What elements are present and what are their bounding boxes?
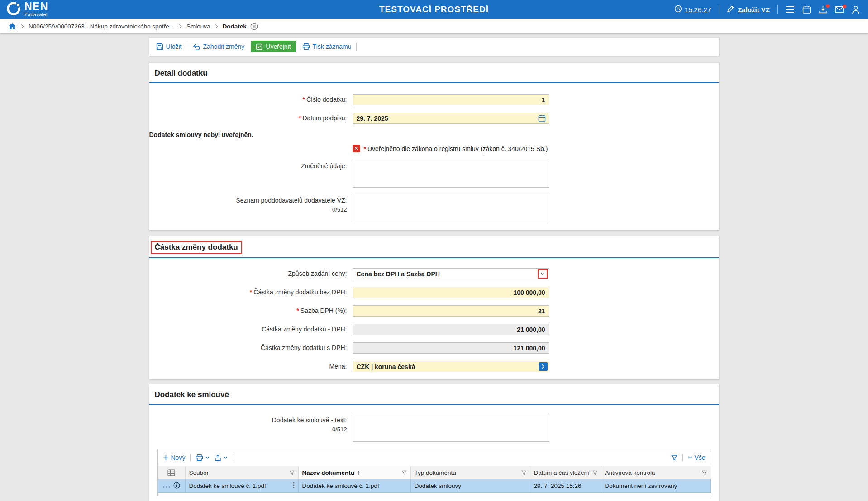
close-tab-button[interactable] <box>250 23 258 30</box>
topbar-actions: 15:26:27 Založit VZ <box>674 5 860 14</box>
toolbar-separator <box>233 454 233 461</box>
filter-icon <box>671 455 677 461</box>
print-record-button[interactable]: Tisk záznamu <box>300 43 354 50</box>
chevron-down-icon <box>224 456 228 459</box>
app-role-label: Zadavatel <box>24 12 48 18</box>
dropdown-button-validation-highlight[interactable] <box>538 269 548 279</box>
row-menu-button[interactable] <box>163 482 170 489</box>
column-header-soubor[interactable]: Soubor <box>186 466 299 479</box>
publish-button[interactable]: Uveřejnit <box>251 41 296 52</box>
column-header-preview <box>158 466 186 479</box>
chevron-down-icon <box>540 272 545 275</box>
section-dodatek-ke-smlouve: Dodatek ke smlouvě Dodatek ke smlouvě - … <box>149 384 719 501</box>
mena-label: Měna: <box>149 363 347 371</box>
home-button[interactable] <box>8 23 16 30</box>
top-bar: NEN Zadavatel TESTOVACÍ PROSTŘEDÍ 15:26:… <box>0 0 868 19</box>
table-header-row: Soubor Název dokumentu ↑ Typ dokumentu D… <box>158 466 711 479</box>
castka-s-dph-readonly: 121 000,00 <box>353 342 549 354</box>
filter-button[interactable] <box>671 455 677 461</box>
toolbar-separator <box>187 43 187 51</box>
menu-button[interactable] <box>786 6 795 13</box>
ellipsis-icon <box>163 486 170 488</box>
calendar-icon <box>538 114 546 122</box>
page-content: Uložit Zahodit změny Uveřejnit Tisk zázn… <box>0 33 868 501</box>
kebab-icon <box>293 482 295 488</box>
dodatek-text-textarea[interactable] <box>353 415 549 442</box>
breadcrumb-item-dodatek[interactable]: Dodatek <box>223 23 247 30</box>
filter-icon <box>402 470 407 475</box>
view-all-dropdown[interactable]: Vše <box>688 454 705 461</box>
column-header-nazev-dokumentu[interactable]: Název dokumentu ↑ <box>299 466 411 479</box>
castka-dph-label: Částka změny dodatku - DPH: <box>149 326 347 334</box>
chevron-down-icon <box>205 456 210 459</box>
cislo-dodatku-label: *Číslo dodatku: <box>149 96 347 104</box>
seznam-poddodavatelu-label: Seznam poddodavatelů dodavatele VZ: 0/51… <box>149 195 347 213</box>
environment-title: TESTOVACÍ PROSTŘEDÍ <box>379 5 489 14</box>
discard-changes-button[interactable]: Zahodit změny <box>190 43 247 50</box>
castka-dph-readonly: 21 000,00 <box>353 324 549 335</box>
cell-actions-button[interactable] <box>293 482 295 490</box>
registry-label: *Uveřejněno dle zákona o registru smluv … <box>364 145 548 152</box>
mena-lookup-button[interactable] <box>539 362 548 371</box>
zpusob-zadani-ceny-select[interactable]: Cena bez DPH a Sazba DPH <box>353 268 549 279</box>
printer-icon <box>196 454 203 461</box>
section-title-validation-highlight: Částka změny dodatku <box>151 241 242 254</box>
column-header-typ-dokumentu[interactable]: Typ dokumentu <box>411 466 530 479</box>
edit-icon <box>727 5 734 14</box>
zmenene-udaje-textarea[interactable] <box>353 161 549 188</box>
create-vz-button[interactable]: Založit VZ <box>727 5 770 14</box>
cislo-dodatku-input[interactable]: 1 <box>353 94 549 105</box>
hamburger-icon <box>786 6 795 13</box>
chevron-right-icon <box>215 24 218 29</box>
mena-input[interactable]: CZK | koruna česká <box>353 361 549 372</box>
breadcrumb-item-smlouva[interactable]: Smlouva <box>186 23 210 30</box>
sazba-dph-input[interactable]: 21 <box>353 305 549 317</box>
person-icon <box>852 5 860 14</box>
filter-icon <box>290 470 295 475</box>
datum-podpisu-input[interactable]: 29. 7. 2025 <box>353 113 549 124</box>
not-published-message: Dodatek smlouvy nebyl uveřejněn. <box>149 131 253 138</box>
filter-icon <box>702 470 707 475</box>
topbar-separator <box>777 5 778 14</box>
castka-bez-dph-input[interactable]: 100 000,00 <box>353 287 549 298</box>
chevron-right-icon <box>179 24 182 29</box>
save-button[interactable]: Uložit <box>154 43 184 50</box>
close-icon <box>250 23 258 30</box>
topbar-separator <box>719 5 719 14</box>
castka-s-dph-label: Částka změny dodatku s DPH: <box>149 344 347 352</box>
cell-typ: Dodatek smlouvy <box>411 479 530 492</box>
profile-button[interactable] <box>852 5 860 14</box>
row-info-button[interactable] <box>173 482 180 490</box>
chevron-down-icon <box>688 456 692 459</box>
plus-icon <box>163 455 169 461</box>
column-header-antivirova-kontrola[interactable]: Antivirová kontrola <box>601 466 711 479</box>
cell-nazev: Dodatek ke smlouvě č. 1.pdf <box>299 479 411 492</box>
breadcrumb-item-zakazka[interactable]: N006/25/V00007263 - Nákup zdravotnického… <box>29 23 174 30</box>
print-table-button[interactable] <box>196 454 210 461</box>
clock-icon <box>674 5 682 14</box>
seznam-poddodavatelu-textarea[interactable] <box>353 195 549 222</box>
downloads-button[interactable] <box>819 5 827 14</box>
registry-published-checkbox[interactable]: ✕ <box>353 145 360 152</box>
table-row[interactable]: Dodatek ke smlouvě č. 1.pdf Dodatek ke s… <box>158 479 711 493</box>
home-icon <box>8 23 16 30</box>
cell-soubor[interactable]: Dodatek ke smlouvě č. 1.pdf <box>189 482 293 489</box>
sazba-dph-label: *Sazba DPH (%): <box>149 307 347 315</box>
info-icon <box>173 482 180 489</box>
documents-table: Nový <box>157 449 711 496</box>
export-table-button[interactable] <box>215 454 228 461</box>
nen-logo-icon <box>6 1 21 18</box>
zpusob-zadani-ceny-label: Způsob zadání ceny: <box>149 270 347 278</box>
messages-button[interactable] <box>835 6 844 13</box>
calendar-button[interactable] <box>802 5 811 14</box>
section-title: Detail dodatku <box>155 69 208 77</box>
session-time: 15:26:27 <box>685 6 711 14</box>
new-document-button[interactable]: Nový <box>163 454 186 461</box>
zmenene-udaje-label: Změněné údaje: <box>149 161 347 170</box>
chevron-right-icon <box>541 364 545 369</box>
breadcrumb: N006/25/V00007263 - Nákup zdravotnického… <box>0 19 868 33</box>
nen-logo[interactable]: NEN Zadavatel <box>6 1 48 18</box>
castka-bez-dph-label: *Částka změny dodatku bez DPH: <box>149 288 347 297</box>
column-header-datum-vlozeni[interactable]: Datum a čas vložení <box>530 466 601 479</box>
datepicker-button[interactable] <box>538 114 548 122</box>
